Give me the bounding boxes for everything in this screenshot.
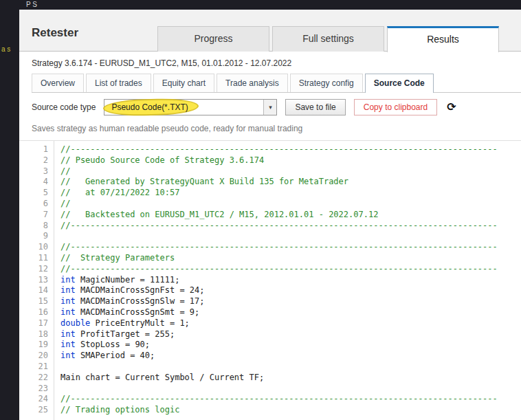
line-number: 20 — [19, 351, 54, 362]
line-number: 21 — [19, 362, 54, 373]
code-lines: 1//-------------------------------------… — [19, 144, 521, 416]
line-number: 9 — [19, 231, 54, 242]
code-line: 11// Strategy Parameters — [19, 253, 521, 264]
line-text: int ProfitTarget = 255; — [54, 329, 175, 340]
source-code-description: Saves strategy as human readable pseudo … — [19, 121, 521, 141]
line-text — [54, 384, 65, 395]
code-line: 1//-------------------------------------… — [19, 144, 521, 155]
code-line: 9 — [19, 231, 521, 242]
code-line: 21 — [19, 362, 521, 373]
retester-window: Retester ProgressFull settingsResults St… — [19, 10, 521, 420]
line-text: // Pseudo Source Code of Strategy 3.6.17… — [54, 155, 264, 166]
line-text: int MACDMainCrossSgnFst = 24; — [54, 285, 205, 296]
refresh-icon[interactable]: ⟳ — [447, 102, 456, 113]
window-header: Retester ProgressFull settingsResults — [19, 10, 521, 52]
line-number: 11 — [19, 253, 54, 264]
line-text: // — [54, 199, 70, 210]
line-text: int MagicNumber = 11111; — [54, 275, 179, 286]
code-line: 25// Trading options logic — [19, 405, 521, 416]
code-line: 18int ProfitTarget = 255; — [19, 329, 521, 340]
background-side-text-fragment: a s — [1, 45, 10, 53]
line-number: 5 — [19, 188, 54, 199]
line-text: // Trading options logic — [54, 405, 179, 416]
line-number: 12 — [19, 264, 54, 275]
line-number: 4 — [19, 177, 54, 188]
strategy-info-line: Strategy 3.6.174 - EURUSD_M1_UTC2, M15, … — [32, 58, 521, 68]
tab-full-settings[interactable]: Full settings — [272, 26, 384, 52]
source-code-type-select[interactable]: Pseudo Code(*.TXT) ▾ — [104, 99, 277, 115]
line-number: 18 — [19, 329, 54, 340]
line-number: 17 — [19, 318, 54, 329]
line-text: int StopLoss = 90; — [54, 340, 150, 351]
line-number: 7 — [19, 210, 54, 221]
source-code-type-value: Pseudo Code(*.TXT) — [111, 102, 188, 112]
line-text: // — [54, 166, 70, 177]
code-line: 24//------------------------------------… — [19, 394, 521, 405]
code-line: 17double PriceEntryMult = 1; — [19, 318, 521, 329]
line-text: Main chart = Current Symbol / Current TF… — [54, 373, 264, 384]
line-number: 1 — [19, 144, 54, 155]
code-line: 19int StopLoss = 90; — [19, 340, 521, 351]
line-number: 25 — [19, 405, 54, 416]
line-number: 16 — [19, 307, 54, 318]
code-line: 7// Backtested on EURUSD_M1_UTC2 / M15, … — [19, 210, 521, 221]
code-line: 23 — [19, 384, 521, 395]
line-text: // at 07/21/2022 10:57 — [54, 188, 179, 199]
line-number: 8 — [19, 221, 54, 232]
code-line: 16int MACDMainCrossSgnSmt = 9; — [19, 307, 521, 318]
copy-to-clipboard-button[interactable]: Copy to clipboard — [354, 99, 437, 115]
code-line: 22Main chart = Current Symbol / Current … — [19, 373, 521, 384]
save-to-file-button[interactable]: Save to file — [285, 99, 345, 115]
subtab-equity-chart[interactable]: Equity chart — [153, 74, 214, 92]
code-line: 8//-------------------------------------… — [19, 221, 521, 232]
subtab-trade-analysis[interactable]: Trade analysis — [217, 74, 288, 92]
line-number: 23 — [19, 384, 54, 395]
tab-results[interactable]: Results — [387, 26, 499, 52]
code-line: 6// — [19, 199, 521, 210]
line-text: //--------------------------------------… — [54, 144, 498, 155]
code-line: 10//------------------------------------… — [19, 242, 521, 253]
line-number: 3 — [19, 166, 54, 177]
source-code-controls: Source code type Pseudo Code(*.TXT) ▾ Sa… — [19, 93, 521, 121]
line-number: 10 — [19, 242, 54, 253]
window-title: Retester — [32, 26, 78, 40]
subtab-source-code[interactable]: Source Code — [365, 74, 434, 93]
code-line: 12//------------------------------------… — [19, 264, 521, 275]
line-text: int SMAPeriod = 40; — [54, 351, 155, 362]
main-tabs: ProgressFull settingsResults — [157, 26, 499, 52]
code-line: 20int SMAPeriod = 40; — [19, 351, 521, 362]
line-number: 6 — [19, 199, 54, 210]
line-number: 2 — [19, 155, 54, 166]
line-number: 14 — [19, 285, 54, 296]
code-line: 3// — [19, 166, 521, 177]
background-app-text-fragment: P S — [26, 1, 37, 8]
code-line: 14int MACDMainCrossSgnFst = 24; — [19, 285, 521, 296]
line-text: // Strategy Parameters — [54, 253, 175, 264]
code-line: 15int MACDMainCrossSgnSlw = 17; — [19, 296, 521, 307]
line-text: int MACDMainCrossSgnSmt = 9; — [54, 307, 199, 318]
line-text: // Backtested on EURUSD_M1_UTC2 / M15, 2… — [54, 210, 378, 221]
line-text — [54, 231, 65, 242]
subtab-overview[interactable]: Overview — [32, 74, 84, 92]
chevron-down-icon[interactable]: ▾ — [263, 100, 276, 115]
line-text: //--------------------------------------… — [54, 242, 498, 253]
line-text: double PriceEntryMult = 1; — [54, 318, 190, 329]
subtab-strategy-config[interactable]: Strategy config — [290, 74, 363, 92]
subtab-list-of-trades[interactable]: List of trades — [86, 74, 151, 92]
line-text: //--------------------------------------… — [54, 221, 498, 232]
line-number: 24 — [19, 394, 54, 405]
line-text: //--------------------------------------… — [54, 264, 498, 275]
line-text: //--------------------------------------… — [54, 394, 498, 405]
code-line: 4// Generated by StrategyQuant X Build 1… — [19, 177, 521, 188]
line-number: 19 — [19, 340, 54, 351]
code-line: 5// at 07/21/2022 10:57 — [19, 188, 521, 199]
line-number: 13 — [19, 275, 54, 286]
tab-progress[interactable]: Progress — [157, 26, 269, 52]
code-line: 13int MagicNumber = 11111; — [19, 275, 521, 286]
result-subtabs: OverviewList of tradesEquity chartTrade … — [32, 74, 521, 93]
source-code-type-label: Source code type — [32, 102, 96, 112]
line-text: int MACDMainCrossSgnSlw = 17; — [54, 296, 205, 307]
code-viewer[interactable]: 1//-------------------------------------… — [19, 141, 521, 420]
line-number: 22 — [19, 373, 54, 384]
line-text: // Generated by StrategyQuant X Build 13… — [54, 177, 348, 188]
